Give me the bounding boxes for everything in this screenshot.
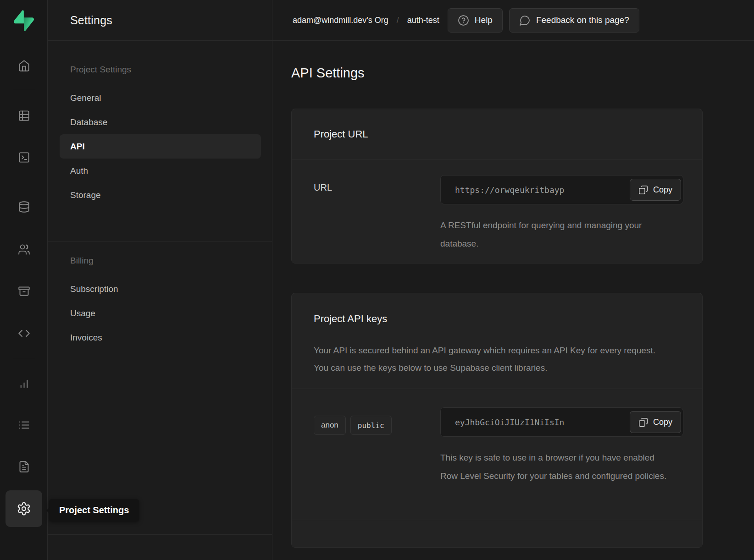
- sidebar-item-api[interactable]: API: [60, 134, 261, 159]
- icon-rail: [0, 0, 48, 560]
- settings-gear-icon: [17, 501, 31, 516]
- nav-section-billing: Billing Subscription Usage Invoices: [48, 242, 272, 350]
- anon-badge: anon: [314, 416, 346, 435]
- public-badge: public: [350, 416, 392, 435]
- anon-key-row: anon public eyJhbGciOiJIUzI1NiIsIn Copy …: [292, 389, 702, 520]
- sidebar-item-general[interactable]: General: [60, 86, 261, 110]
- api-keys-card-description: Your API is secured behind an API gatewa…: [314, 342, 680, 377]
- settings-nav-panel: Settings Project Settings General Databa…: [48, 0, 272, 560]
- api-keys-description-line1: Your API is secured behind an API gatewa…: [314, 342, 680, 359]
- sidebar-item-invoices[interactable]: Invoices: [60, 325, 261, 350]
- url-description: A RESTful endpoint for querying and mana…: [440, 216, 651, 253]
- project-url-card-header: Project URL: [292, 109, 702, 159]
- anon-key-copy-label: Copy: [653, 417, 672, 427]
- settings-gear-button[interactable]: [6, 490, 42, 527]
- logs-icon[interactable]: [15, 416, 33, 434]
- api-settings-content: API Settings Project URL URL https://orw…: [272, 41, 754, 548]
- sidebar-item-database[interactable]: Database: [60, 110, 261, 134]
- home-icon[interactable]: [15, 56, 33, 75]
- rail-divider: [13, 90, 35, 90]
- api-keys-card-header: Project API keys Your API is secured beh…: [292, 293, 702, 389]
- feedback-button-label: Feedback on this page?: [536, 15, 629, 25]
- api-keys-card-title: Project API keys: [314, 313, 680, 325]
- supabase-logo[interactable]: [14, 10, 34, 31]
- sidebar-item-subscription[interactable]: Subscription: [60, 277, 261, 301]
- top-header: adam@windmill.dev's Org / auth-test Help…: [272, 0, 754, 41]
- breadcrumb-project[interactable]: auth-test: [407, 16, 439, 25]
- anon-key-badges-col: anon public: [314, 407, 440, 485]
- table-editor-icon[interactable]: [15, 106, 33, 125]
- next-key-row-divider: [292, 520, 702, 547]
- anon-key-badges: anon public: [314, 415, 440, 435]
- page-title: API Settings: [291, 65, 754, 81]
- copy-icon: [638, 417, 648, 427]
- url-copy-label: Copy: [653, 185, 672, 195]
- url-value-col: https://orwqeukritbayp Copy A RESTful en…: [440, 175, 683, 253]
- docs-icon[interactable]: [15, 457, 33, 476]
- breadcrumb-org[interactable]: adam@windmill.dev's Org: [293, 16, 388, 25]
- url-field-label: URL: [314, 182, 440, 193]
- project-settings-tooltip: Project Settings: [49, 499, 139, 522]
- url-field-row: URL https://orwqeukritbayp Copy A RESTfu…: [292, 159, 702, 263]
- api-keys-description-line2: You can use the keys below to use Supaba…: [314, 359, 680, 377]
- sidebar-item-usage[interactable]: Usage: [60, 301, 261, 325]
- breadcrumb-separator: /: [397, 16, 399, 25]
- anon-key-copy-button[interactable]: Copy: [630, 411, 681, 433]
- project-url-card: Project URL URL https://orwqeukritbayp C…: [291, 109, 703, 264]
- sidebar-item-storage[interactable]: Storage: [60, 183, 261, 207]
- settings-panel-header: Settings: [48, 0, 272, 41]
- help-circle-icon: [458, 15, 469, 26]
- settings-panel-title: Settings: [70, 14, 112, 27]
- url-input-wrap: https://orwqeukritbayp Copy: [440, 175, 683, 204]
- nav-section-label: Project Settings: [60, 64, 261, 76]
- sql-editor-icon[interactable]: [15, 148, 33, 166]
- anon-key-value-col: eyJhbGciOiJIUzI1NiIsIn Copy This key is …: [440, 407, 683, 485]
- anon-key-input-wrap: eyJhbGciOiJIUzI1NiIsIn Copy: [440, 407, 683, 437]
- tooltip-arrow: [46, 507, 50, 514]
- tooltip-text: Project Settings: [59, 505, 129, 516]
- url-label-col: URL: [314, 175, 440, 253]
- project-url-card-title: Project URL: [314, 128, 368, 140]
- code-icon[interactable]: [15, 324, 33, 342]
- help-button-label: Help: [475, 15, 493, 25]
- copy-icon: [638, 185, 648, 195]
- nav-section-project-settings: Project Settings General Database API Au…: [48, 41, 272, 207]
- rail-divider: [13, 359, 35, 359]
- sidebar-item-auth[interactable]: Auth: [60, 159, 261, 183]
- project-api-keys-card: Project API keys Your API is secured beh…: [291, 293, 703, 548]
- feedback-button[interactable]: Feedback on this page?: [509, 8, 639, 33]
- reports-icon[interactable]: [15, 374, 33, 392]
- main-area: adam@windmill.dev's Org / auth-test Help…: [272, 0, 754, 560]
- message-bubble-icon: [519, 15, 531, 26]
- database-icon[interactable]: [15, 198, 33, 216]
- help-button[interactable]: Help: [448, 8, 503, 33]
- anon-key-description: This key is safe to use in a browser if …: [440, 449, 670, 485]
- panel-bottom-divider: [48, 534, 272, 535]
- nav-section-label: Billing: [60, 255, 261, 267]
- auth-users-icon[interactable]: [15, 240, 33, 258]
- url-copy-button[interactable]: Copy: [630, 179, 681, 201]
- storage-icon[interactable]: [15, 282, 33, 300]
